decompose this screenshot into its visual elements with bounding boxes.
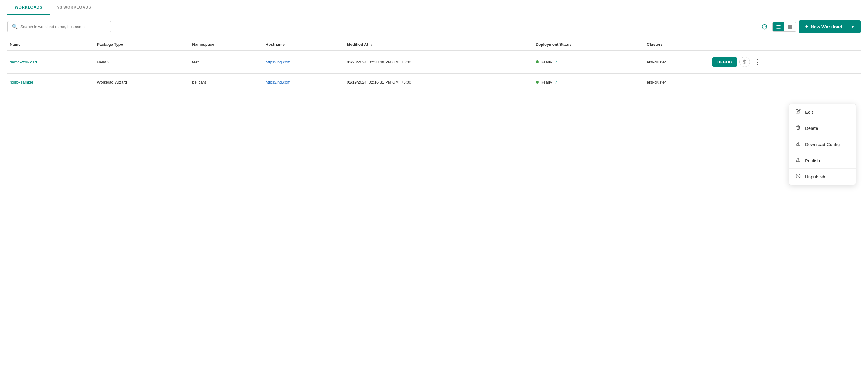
- status-label-2: Ready: [540, 80, 552, 84]
- external-link-icon-1[interactable]: ↗: [554, 59, 558, 64]
- status-dot-2: [536, 81, 539, 84]
- cell-package-type-1: Helm 3: [94, 51, 190, 74]
- cell-namespace-2: pelicans: [190, 74, 263, 91]
- cell-modified-at-1: 02/20/2024, 02:38:40 PM GMT+5:30: [344, 51, 533, 74]
- cell-actions-2: [710, 74, 861, 91]
- svg-rect-5: [788, 27, 790, 29]
- refresh-icon: [762, 24, 768, 30]
- table-row: nginx-sample Workload Wizard pelicans ht…: [7, 74, 861, 91]
- more-menu-button-1[interactable]: ⋮: [752, 57, 763, 66]
- svg-rect-4: [790, 25, 792, 27]
- btn-divider: [846, 24, 846, 30]
- tab-v3workloads[interactable]: V3 WORKLOADS: [50, 0, 98, 15]
- toolbar: 🔍: [0, 15, 868, 38]
- debug-button[interactable]: DEBUG: [712, 57, 737, 67]
- workload-name-link-1[interactable]: demo-workload: [10, 60, 37, 64]
- dollar-icon: [742, 59, 747, 64]
- workloads-table-wrap: Name Package Type Namespace Hostname Mod…: [0, 38, 868, 91]
- status-ready-2: Ready ↗: [536, 80, 642, 84]
- cell-package-type-2: Workload Wizard: [94, 74, 190, 91]
- col-hostname: Hostname: [263, 38, 344, 51]
- col-actions: [710, 38, 861, 51]
- cell-clusters-2: eks-cluster: [645, 74, 710, 91]
- refresh-button[interactable]: [760, 22, 769, 32]
- cell-status-1: Ready ↗: [533, 51, 645, 74]
- cell-hostname-1: https://ng.com: [263, 51, 344, 74]
- external-link-icon-2[interactable]: ↗: [554, 80, 558, 84]
- col-package-type: Package Type: [94, 38, 190, 51]
- cell-name-2: nginx-sample: [7, 74, 94, 91]
- cell-clusters-1: eks-cluster: [645, 51, 710, 74]
- toolbar-right: + New Workload ▼: [760, 21, 861, 33]
- new-workload-button[interactable]: + New Workload ▼: [799, 21, 861, 33]
- cell-actions-1: DEBUG ⋮: [710, 51, 861, 74]
- status-label-1: Ready: [540, 60, 552, 64]
- svg-rect-6: [790, 27, 792, 29]
- tabs-bar: WORKLOADS V3 WORKLOADS: [0, 0, 868, 15]
- svg-rect-0: [776, 25, 781, 26]
- view-toggle: [772, 22, 796, 32]
- workloads-table: Name Package Type Namespace Hostname Mod…: [7, 38, 861, 91]
- list-view-icon: [776, 24, 781, 30]
- list-view-button[interactable]: [773, 22, 784, 31]
- cell-name-1: demo-workload: [7, 51, 94, 74]
- col-deployment-status: Deployment Status: [533, 38, 645, 51]
- sort-icon: ↓: [370, 43, 372, 46]
- hostname-link-2[interactable]: https://ng.com: [266, 80, 290, 84]
- plus-icon: +: [805, 24, 809, 30]
- table-header-row: Name Package Type Namespace Hostname Mod…: [7, 38, 861, 51]
- table-row: demo-workload Helm 3 test https://ng.com…: [7, 51, 861, 74]
- col-name: Name: [7, 38, 94, 51]
- status-dot-1: [536, 60, 539, 63]
- search-input[interactable]: [21, 24, 106, 29]
- col-clusters: Clusters: [645, 38, 710, 51]
- new-workload-label: New Workload: [811, 24, 842, 29]
- grid-view-icon: [787, 24, 793, 30]
- tab-workloads[interactable]: WORKLOADS: [7, 0, 50, 15]
- svg-rect-3: [788, 25, 790, 27]
- grid-view-button[interactable]: [784, 22, 796, 31]
- svg-rect-2: [776, 28, 781, 28]
- search-icon: 🔍: [12, 24, 18, 30]
- cell-status-2: Ready ↗: [533, 74, 645, 91]
- cell-modified-at-2: 02/19/2024, 02:16:31 PM GMT+5:30: [344, 74, 533, 91]
- dropdown-arrow-icon: ▼: [851, 25, 855, 29]
- secondary-action-button-1[interactable]: [740, 57, 750, 67]
- search-box: 🔍: [7, 21, 111, 32]
- col-modified-at[interactable]: Modified At ↓: [344, 38, 533, 51]
- col-namespace: Namespace: [190, 38, 263, 51]
- actions-cell-1: DEBUG ⋮: [712, 57, 858, 67]
- hostname-link-1[interactable]: https://ng.com: [266, 60, 290, 64]
- cell-namespace-1: test: [190, 51, 263, 74]
- cell-hostname-2: https://ng.com: [263, 74, 344, 91]
- status-ready-1: Ready ↗: [536, 59, 642, 64]
- workload-name-link-2[interactable]: nginx-sample: [10, 80, 33, 84]
- svg-rect-1: [776, 26, 781, 27]
